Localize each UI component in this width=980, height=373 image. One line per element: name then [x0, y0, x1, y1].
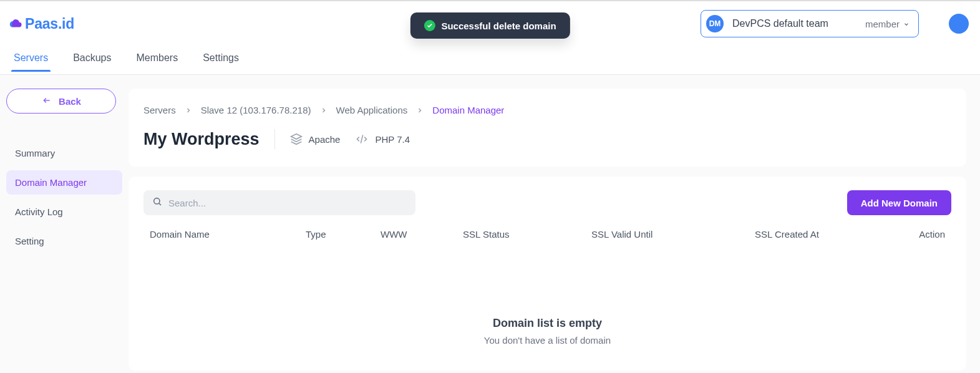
- tab-backups[interactable]: Backups: [70, 46, 114, 72]
- php-version: PHP 7.4: [355, 133, 410, 145]
- sidenav-activity-log[interactable]: Activity Log: [6, 200, 122, 224]
- chevron-down-icon: [903, 19, 910, 29]
- chevron-right-icon: [185, 107, 192, 114]
- col-ssl-created: SSL Created At: [755, 229, 889, 240]
- cloud-icon: [9, 17, 22, 31]
- svg-line-2: [361, 135, 363, 143]
- col-action: Action: [889, 229, 945, 240]
- col-domain-name: Domain Name: [150, 229, 306, 240]
- side-nav: Summary Domain Manager Activity Log Sett…: [6, 141, 122, 253]
- server-type: Apache: [290, 133, 341, 145]
- code-icon: [355, 133, 369, 145]
- toast-message: Successful delete domain: [441, 21, 556, 31]
- chevron-right-icon: [416, 107, 424, 114]
- empty-subtitle: You don't have a list of domain: [143, 335, 951, 346]
- brand-text: Paas.id: [25, 16, 74, 32]
- svg-point-3: [154, 198, 160, 204]
- svg-line-4: [159, 203, 161, 205]
- empty-title: Domain list is empty: [143, 317, 951, 330]
- col-www: WWW: [381, 229, 463, 240]
- breadcrumb: Servers Slave 12 (103.176.78.218) Web Ap…: [143, 105, 951, 115]
- search-input-wrap[interactable]: [143, 190, 415, 215]
- main-tabs: Servers Backups Members Settings: [0, 46, 980, 75]
- col-type: Type: [306, 229, 381, 240]
- toast-notification: Successful delete domain: [410, 12, 570, 39]
- col-ssl-status: SSL Status: [463, 229, 591, 240]
- user-avatar[interactable]: [949, 14, 969, 34]
- svg-marker-1: [291, 134, 301, 139]
- search-input[interactable]: [168, 198, 407, 208]
- divider: [274, 129, 275, 149]
- team-selector[interactable]: DM DevPCS default team member: [701, 10, 919, 37]
- layers-icon: [290, 133, 303, 145]
- chevron-right-icon: [320, 107, 327, 114]
- sidenav-setting[interactable]: Setting: [6, 229, 122, 253]
- crumb-web-applications[interactable]: Web Applications: [336, 105, 408, 115]
- tab-members[interactable]: Members: [134, 46, 181, 72]
- team-name: DevPCS default team: [732, 18, 828, 29]
- header-card: Servers Slave 12 (103.176.78.218) Web Ap…: [129, 89, 966, 167]
- crumb-domain-manager: Domain Manager: [432, 105, 504, 115]
- col-ssl-valid: SSL Valid Until: [591, 229, 755, 240]
- content: Servers Slave 12 (103.176.78.218) Web Ap…: [129, 75, 980, 373]
- team-badge: DM: [706, 15, 724, 32]
- tab-servers[interactable]: Servers: [11, 46, 51, 72]
- arrow-left-icon: [41, 96, 52, 107]
- add-domain-button[interactable]: Add New Domain: [847, 190, 951, 215]
- sidenav-summary[interactable]: Summary: [6, 141, 122, 165]
- sidenav-domain-manager[interactable]: Domain Manager: [6, 170, 122, 195]
- table-card: Add New Domain Domain Name Type WWW SSL …: [129, 177, 966, 371]
- back-button[interactable]: Back: [6, 89, 116, 114]
- crumb-server-instance[interactable]: Slave 12 (103.176.78.218): [201, 105, 311, 115]
- check-circle-icon: [424, 20, 435, 31]
- topbar: Paas.id Successful delete domain DM DevP…: [0, 0, 980, 46]
- tab-settings[interactable]: Settings: [200, 46, 241, 72]
- table-header: Domain Name Type WWW SSL Status SSL Vali…: [143, 229, 951, 248]
- brand-logo[interactable]: Paas.id: [9, 16, 74, 32]
- sidebar: Back Summary Domain Manager Activity Log…: [0, 75, 129, 373]
- search-icon: [152, 196, 162, 209]
- crumb-servers[interactable]: Servers: [143, 105, 176, 115]
- page-title: My Wordpress: [143, 130, 260, 149]
- team-role: member: [865, 19, 910, 29]
- back-label: Back: [59, 96, 81, 107]
- empty-state: Domain list is empty You don't have a li…: [143, 317, 951, 346]
